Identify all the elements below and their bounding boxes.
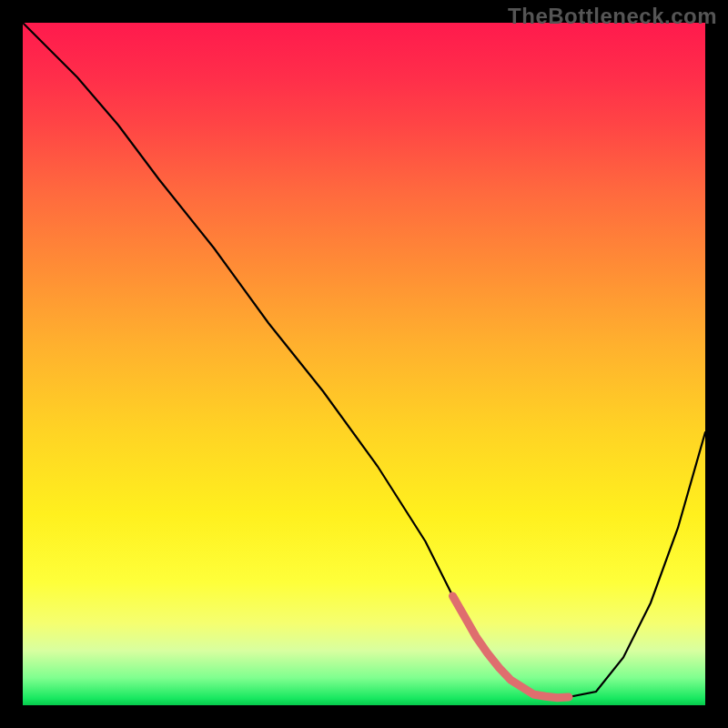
optimal-highlight	[453, 596, 570, 698]
bottleneck-curve	[23, 23, 705, 699]
curve-svg	[23, 23, 705, 705]
watermark-text: TheBottleneck.com	[508, 4, 717, 29]
plot-area	[23, 23, 705, 705]
chart-container: TheBottleneck.com	[0, 0, 728, 728]
